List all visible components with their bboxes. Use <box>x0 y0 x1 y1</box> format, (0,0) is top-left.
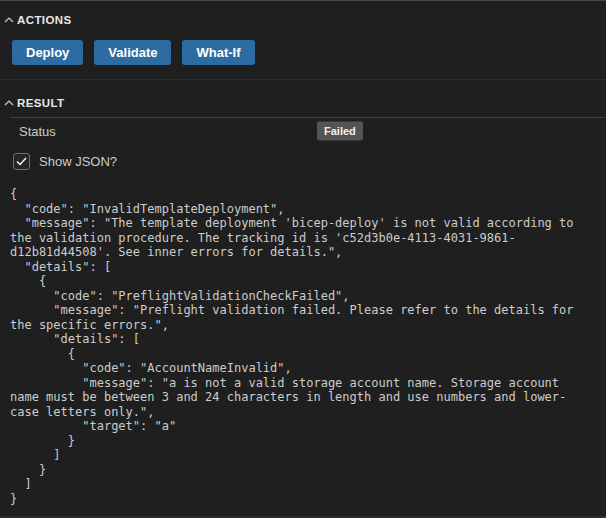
json-output: { "code": "InvalidTemplateDeployment", "… <box>0 187 606 506</box>
show-json-checkbox[interactable] <box>13 153 30 170</box>
actions-section-title: ACTIONS <box>17 14 72 26</box>
status-row: Status Failed <box>10 117 606 144</box>
result-section-title: RESULT <box>17 97 65 109</box>
actions-section-header[interactable]: ACTIONS <box>0 1 606 28</box>
validate-button[interactable]: Validate <box>94 40 171 65</box>
deploy-button[interactable]: Deploy <box>12 40 83 65</box>
show-json-label[interactable]: Show JSON? <box>39 154 117 169</box>
chevron-up-icon <box>4 17 14 23</box>
chevron-up-icon <box>4 100 14 106</box>
whatif-button[interactable]: What-If <box>182 40 254 65</box>
status-badge: Failed <box>317 122 363 141</box>
actions-button-row: Deploy Validate What-If <box>12 40 606 65</box>
deployment-pane: ACTIONS Deploy Validate What-If RESULT S… <box>0 0 606 518</box>
checkmark-icon <box>16 157 27 166</box>
status-label: Status <box>10 124 56 139</box>
show-json-row[interactable]: Show JSON? <box>13 153 606 170</box>
result-section-header[interactable]: RESULT <box>0 80 606 111</box>
